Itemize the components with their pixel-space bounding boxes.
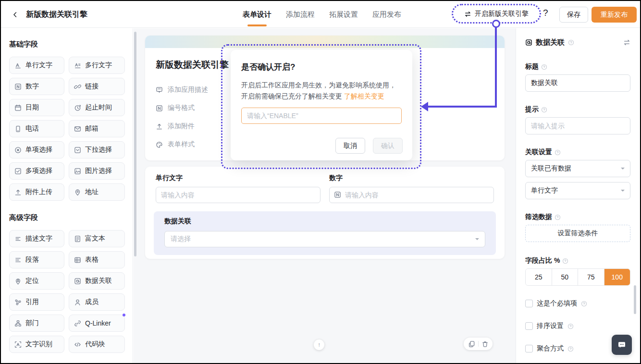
field-item-multi-text[interactable]: 多行文字 <box>69 57 125 74</box>
single-text-field-label: 单行文字 <box>156 174 320 182</box>
number-field-input[interactable] <box>329 187 494 203</box>
help-circle-icon[interactable] <box>541 64 547 70</box>
field-item-data-link[interactable]: 数据关联 <box>69 272 125 290</box>
support-chat-button[interactable] <box>612 335 632 355</box>
field-item-number[interactable]: 数字 <box>9 78 64 95</box>
required-checkbox-row[interactable]: 这是个必填项 <box>525 299 630 308</box>
relation-field-select[interactable]: 单行文字 <box>525 182 630 199</box>
field-width-label: 字段占比 % <box>525 256 630 265</box>
chat-bubble-icon <box>617 340 627 350</box>
field-item-image-select[interactable]: 图片选择 <box>69 162 125 180</box>
field-item-dropdown[interactable]: 下拉选择 <box>69 141 125 158</box>
advanced-fields-heading: 高级字段 <box>9 213 125 222</box>
tab-app-publish[interactable]: 应用发布 <box>372 1 401 28</box>
field-item-link[interactable]: 链接 <box>69 78 125 95</box>
required-checkbox[interactable] <box>525 300 533 307</box>
help-circle-icon[interactable] <box>555 214 561 220</box>
field-library-sidebar: 基础字段 单行文字 多行文字 数字 链接 日期 <box>1 28 133 363</box>
person-pin-icon <box>14 278 22 285</box>
relation-type-select[interactable]: 关联已有数据 <box>525 160 630 177</box>
field-item-single-text[interactable]: 单行文字 <box>9 57 64 74</box>
trash-icon[interactable] <box>481 340 489 348</box>
field-item-radio[interactable]: 单项选择 <box>9 141 64 158</box>
learn-changes-link[interactable]: 了解相关变更 <box>344 92 384 100</box>
help-circle-icon[interactable] <box>568 39 574 46</box>
code-icon <box>74 341 81 348</box>
number-icon <box>14 83 22 90</box>
field-item-department[interactable]: 部门 <box>9 315 64 332</box>
enable-confirm-input[interactable] <box>241 108 402 124</box>
single-text-field[interactable]: 单行文字 <box>156 174 320 203</box>
help-circle-icon[interactable] <box>567 323 574 329</box>
width-option-50[interactable]: 50 <box>552 269 579 285</box>
tab-extension-settings[interactable]: 拓展设置 <box>329 1 358 28</box>
sidebar-scrollbar[interactable] <box>134 32 136 256</box>
save-button[interactable]: 保存 <box>559 7 588 23</box>
switch-field-icon[interactable] <box>623 39 630 46</box>
field-item-phone[interactable]: 电话 <box>9 120 64 137</box>
upload-icon <box>14 189 22 196</box>
width-option-25[interactable]: 25 <box>526 269 552 285</box>
caret-down-icon <box>621 168 625 171</box>
field-item-checkbox[interactable]: 多项选择 <box>9 162 64 180</box>
form-header-gradient <box>145 36 505 48</box>
top-header: 新版数据关联引擎 表单设计 添加流程 拓展设置 应用发布 开启新版关联引擎 ? … <box>1 1 640 28</box>
field-item-attachment-upload[interactable]: 附件上传 <box>9 183 64 201</box>
single-text-field-input[interactable] <box>156 187 320 203</box>
header-tabs: 表单设计 添加流程 拓展设置 应用发布 <box>243 1 401 28</box>
back-button[interactable] <box>10 9 20 20</box>
field-item-code-block[interactable]: 代码块 <box>69 336 125 353</box>
swap-arrows-icon <box>464 11 471 18</box>
enable-new-engine-button[interactable]: 开启新版关联引擎 <box>453 5 540 23</box>
help-circle-icon[interactable] <box>567 346 574 352</box>
enable-new-engine-label: 开启新版关联引擎 <box>475 10 529 18</box>
set-filter-conditions-button[interactable]: 设置筛选条件 <box>525 225 630 242</box>
aggregation-checkbox[interactable] <box>525 345 533 352</box>
palette-icon <box>156 141 163 148</box>
dialog-title: 是否确认开启? <box>241 61 402 73</box>
field-item-rich-text[interactable]: 富文本 <box>69 230 125 247</box>
confirm-button[interactable]: 确认 <box>373 138 403 154</box>
panel-scrollbar[interactable] <box>634 285 636 314</box>
selected-data-link-field[interactable]: 数据关联 请选择 <box>154 211 496 255</box>
help-circle-icon[interactable] <box>541 107 547 113</box>
republish-button[interactable]: 重新发布 <box>592 7 637 23</box>
field-item-qlinker[interactable]: Q-Linker <box>69 315 125 332</box>
field-settings-panel: 数据关联 标题 提示 关联设置 关联已有数据 单行文字 筛选数据 <box>516 28 640 363</box>
field-item-table[interactable]: 表格 <box>69 251 125 268</box>
duplicate-icon[interactable] <box>468 340 475 348</box>
dropdown-icon <box>74 146 81 154</box>
sort-settings-checkbox[interactable] <box>525 322 533 330</box>
field-item-ocr[interactable]: 文字识别 <box>9 336 64 353</box>
help-circle-icon[interactable] <box>581 301 587 307</box>
title-setting-input[interactable] <box>525 74 630 92</box>
help-circle-icon[interactable] <box>555 149 561 156</box>
sort-settings-checkbox-row[interactable]: 排序设置 <box>525 322 630 330</box>
advanced-fields-grid: 描述文字 富文本 段落 表格 定位 数据关联 <box>9 230 125 353</box>
field-item-time-range[interactable]: 起止时间 <box>69 99 125 116</box>
field-item-location[interactable]: 定位 <box>9 272 64 290</box>
help-icon[interactable]: ? <box>543 8 548 18</box>
hint-setting-input[interactable] <box>525 117 630 134</box>
single-text-icon <box>14 62 22 69</box>
field-item-description-text[interactable]: 描述文字 <box>9 230 64 247</box>
help-circle-icon[interactable] <box>562 258 568 264</box>
link-icon <box>74 83 81 90</box>
relation-settings-label: 关联设置 <box>525 148 630 157</box>
data-link-field-select[interactable]: 请选择 <box>164 231 485 247</box>
field-item-paragraph[interactable]: 段落 <box>9 251 64 268</box>
field-item-member[interactable]: 成员 <box>69 293 125 311</box>
field-item-address[interactable]: 地址 <box>69 183 125 201</box>
tab-form-design[interactable]: 表单设计 <box>243 1 271 28</box>
number-field[interactable]: 数字 <box>329 174 494 203</box>
width-option-75[interactable]: 75 <box>578 269 604 285</box>
width-option-100[interactable]: 100 <box>604 269 630 285</box>
field-item-reference[interactable]: 引用 <box>9 293 64 311</box>
paragraph-icon <box>14 256 22 264</box>
field-item-email[interactable]: 邮箱 <box>69 120 125 137</box>
insert-above-button[interactable]: ↑ <box>314 340 324 350</box>
field-item-date[interactable]: 日期 <box>9 99 64 116</box>
cancel-button[interactable]: 取消 <box>335 138 365 154</box>
tab-add-flow[interactable]: 添加流程 <box>286 1 315 28</box>
title-setting-label: 标题 <box>525 62 630 71</box>
